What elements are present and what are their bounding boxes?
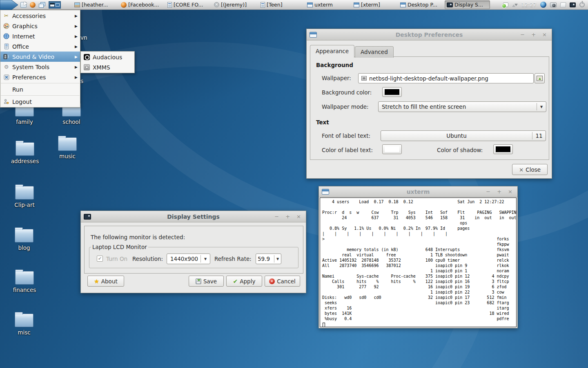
desktop-icon-clip-art[interactable]: Clip-art: [2, 186, 47, 208]
desktop-icon-label: Clip-art: [14, 202, 35, 208]
desktop-icon-music[interactable]: music: [45, 137, 90, 159]
refresh-rate-combo[interactable]: 59.9 ▼: [256, 254, 281, 264]
shadow-color-swatch[interactable]: [493, 144, 513, 154]
save-button[interactable]: Save: [189, 276, 224, 287]
documents-tray-icon[interactable]: [560, 2, 566, 7]
file-manager-icon[interactable]: [20, 2, 27, 8]
titlebar[interactable]: uxterm − + ×: [319, 186, 517, 197]
clock[interactable]: 12:27: [521, 2, 537, 8]
task-button-desktop-preferences[interactable]: Desktop P...: [398, 0, 443, 9]
wallpaper-mode-combo[interactable]: Stretch to fill the entire screen ▼: [378, 101, 546, 112]
apply-button[interactable]: ✔ Apply: [226, 276, 262, 287]
font-name-value: Ubuntu: [381, 132, 532, 139]
submenu-arrow-icon: ▶: [75, 14, 78, 18]
desktop-icon-label: addresses: [11, 158, 39, 164]
tab-appearance[interactable]: Appearance: [310, 45, 354, 58]
globe-tray-icon[interactable]: [540, 2, 546, 8]
submenu-item-xmms[interactable]: XMMS: [81, 62, 134, 72]
desktop-icon-blog[interactable]: blog: [2, 229, 47, 251]
wallpaper-label: Wallpaper:: [322, 75, 351, 81]
cancel-x-icon: [269, 278, 275, 284]
font-label: Font of label text:: [322, 132, 370, 139]
task-button-teen[interactable]: [Teen]: [258, 0, 304, 9]
wallpaper-path-field[interactable]: netbsd-light-desktop-default-wallpaper.p…: [358, 73, 534, 83]
submenu-arrow-icon: ▶: [75, 75, 78, 79]
submenu-arrow-icon: ▶: [75, 65, 78, 69]
start-menu-button[interactable]: [0, 0, 18, 10]
window-title: Desktop Preferences: [307, 31, 552, 38]
task-button-facebook[interactable]: [Facebook...: [119, 0, 164, 9]
menu-item-graphics[interactable]: Graphics ▶: [0, 21, 80, 31]
minimize-button[interactable]: −: [520, 29, 525, 40]
task-button-uxterm[interactable]: uxterm: [305, 0, 350, 9]
folder-icon: [15, 186, 34, 200]
wallpaper-path-value: netbsd-light-desktop-default-wallpaper.p…: [369, 75, 488, 82]
chevron-down-icon: ▼: [274, 257, 281, 261]
close-button[interactable]: ×: [296, 211, 301, 222]
submenu-item-audacious[interactable]: Audacious: [81, 52, 134, 62]
desktop-icon-label: school: [62, 119, 80, 125]
task-button-xterm[interactable]: [xterm]: [352, 0, 397, 9]
resolution-combo[interactable]: 588x368 ▼: [167, 254, 210, 264]
font-chooser-button[interactable]: Ubuntu 11: [381, 130, 546, 141]
window-icon: [310, 32, 317, 38]
background-color-swatch[interactable]: [382, 87, 402, 97]
cancel-button[interactable]: Cancel: [265, 276, 300, 287]
audacious-icon: [84, 54, 90, 60]
label-color-swatch[interactable]: [382, 144, 402, 154]
power-tray-icon[interactable]: [579, 2, 585, 7]
tab-advanced[interactable]: Advanced: [355, 46, 394, 58]
maximize-button[interactable]: +: [531, 29, 536, 40]
about-button[interactable]: ★ About: [87, 276, 124, 287]
image-picker-icon: [537, 76, 543, 81]
taskbar: [heather... [Facebook... [CORE FO... [(J…: [0, 0, 588, 10]
titlebar[interactable]: Display Settings − + ×: [81, 211, 306, 222]
submenu-arrow-icon: ▶: [75, 55, 78, 59]
terminal-screen[interactable]: 4 users Load 0.17 0.18 0.12 Sat Jun 2 12…: [320, 197, 517, 327]
background-section-heading: Background: [316, 62, 353, 68]
wallpaper-browse-button[interactable]: [535, 73, 545, 83]
chevron-down-icon: ▼: [201, 257, 210, 261]
network-traffic-icon[interactable]: [512, 2, 518, 7]
screenshot-tray-icon[interactable]: [550, 2, 557, 7]
task-button-jeremy[interactable]: [(Jeremy)]: [212, 0, 257, 9]
folder-icon: [15, 229, 33, 242]
globe-icon: [3, 33, 10, 40]
star-icon: ★: [94, 278, 99, 285]
menu-item-sound-video[interactable]: Sound & Video ▶: [0, 52, 80, 62]
window-icon: [354, 2, 359, 7]
titlebar[interactable]: Desktop Preferences − + ×: [307, 29, 552, 40]
maximize-button[interactable]: +: [285, 211, 290, 222]
close-button[interactable]: ×: [508, 186, 512, 197]
menu-item-system-tools[interactable]: ⚙ System Tools ▶: [0, 62, 80, 72]
menu-item-logout[interactable]: Logout: [0, 96, 80, 107]
menu-item-internet[interactable]: Internet ▶: [0, 31, 80, 41]
display-tray-icon[interactable]: [570, 2, 576, 7]
menu-item-run[interactable]: Run: [0, 84, 80, 94]
minimize-button[interactable]: −: [274, 211, 279, 222]
desktop-icon-finances[interactable]: finances: [2, 271, 47, 293]
menu-item-accessories[interactable]: ✂ Accessories ▶: [0, 11, 80, 21]
web-browser-icon[interactable]: [30, 2, 36, 8]
task-button-heather[interactable]: [heather...: [72, 0, 118, 9]
desktop-pager-icon[interactable]: [49, 1, 61, 9]
messenger-tray-icon[interactable]: [503, 2, 508, 7]
maximize-button[interactable]: +: [497, 186, 501, 197]
submenu-arrow-icon: ▶: [75, 24, 78, 28]
menu-item-preferences[interactable]: Preferences ▶: [0, 72, 80, 82]
task-button-core[interactable]: [CORE FO...: [165, 0, 211, 9]
menu-item-office[interactable]: Office ▶: [0, 41, 80, 52]
iconify-windows-icon[interactable]: [39, 2, 45, 8]
uxterm-window: uxterm − + × 4 users Load 0.17 0.18 0.12…: [318, 186, 518, 328]
disabled-x-icon: [214, 2, 219, 7]
chevron-down-icon: ▼: [537, 105, 546, 109]
desktop-icon-misc[interactable]: misc: [2, 314, 47, 336]
minimize-button[interactable]: −: [486, 186, 490, 197]
close-dialog-button[interactable]: × Close: [512, 164, 548, 175]
speaker-icon: [3, 54, 10, 60]
document-icon: [261, 2, 265, 8]
desktop-icon-addresses[interactable]: addresses: [2, 142, 47, 164]
turn-on-checkbox[interactable]: ✔: [97, 256, 103, 262]
close-button[interactable]: ×: [542, 29, 547, 40]
task-button-display-settings[interactable]: Display S...: [445, 0, 490, 9]
